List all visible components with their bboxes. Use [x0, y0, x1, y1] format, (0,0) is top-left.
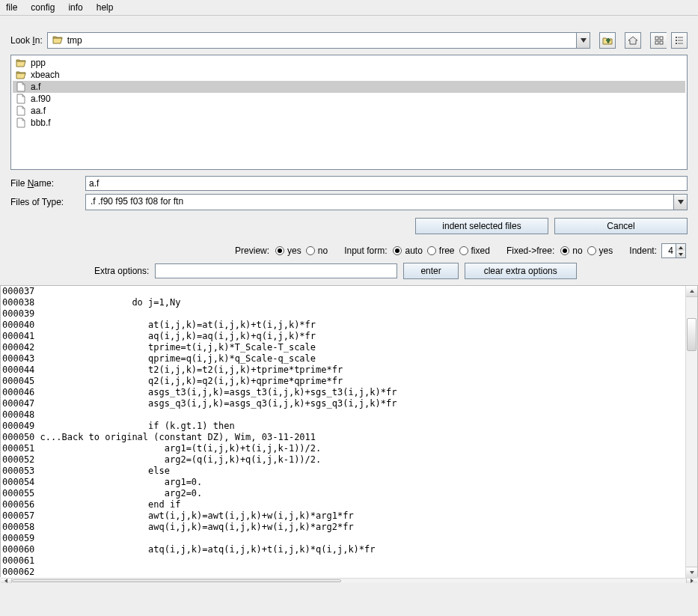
filetype-combo[interactable]: .f .f90 f95 f03 f08 for ftn: [85, 194, 688, 210]
svg-rect-9: [678, 43, 683, 44]
file-icon: [16, 106, 26, 116]
hscroll-track[interactable]: [12, 579, 686, 583]
filename-row: File Name:: [10, 176, 688, 191]
file-item-label: a.f90: [31, 94, 51, 104]
indent-group: Indent: 4: [629, 243, 686, 258]
file-icon: [16, 82, 26, 92]
home-button[interactable]: [625, 32, 641, 49]
icons-view-button[interactable]: [650, 32, 667, 49]
input-free-radio[interactable]: free: [427, 246, 455, 256]
enter-button[interactable]: enter: [403, 263, 458, 279]
file-list[interactable]: pppxbeacha.fa.f90aa.fbbb.f: [10, 55, 688, 170]
preview-yes-radio[interactable]: yes: [275, 246, 301, 256]
file-item[interactable]: bbb.f: [13, 117, 685, 129]
filetype-dropdown-button[interactable]: [673, 195, 687, 210]
menu-info[interactable]: info: [67, 1, 84, 13]
menu-file[interactable]: file: [4, 1, 19, 13]
code-preview[interactable]: 000037 000038 do j=1,Ny 000039 000040 at…: [1, 286, 697, 578]
indent-selected-button[interactable]: indent selected files: [415, 218, 548, 234]
lookin-label: Look In:: [10, 35, 43, 46]
indent-value: 4: [662, 244, 676, 257]
preview-label: Preview:: [235, 246, 269, 256]
svg-rect-5: [678, 37, 683, 38]
list-icon: [675, 36, 684, 45]
file-icon: [16, 118, 26, 128]
menubar: file config info help: [0, 0, 698, 16]
file-item-label: aa.f: [31, 106, 46, 116]
list-view-button[interactable]: [671, 32, 688, 49]
extra-options-row: Extra options: enter clear extra options: [10, 263, 688, 279]
cancel-button[interactable]: Cancel: [554, 218, 688, 234]
lookin-dropdown-button[interactable]: [576, 33, 590, 48]
f2f-no-radio[interactable]: no: [560, 246, 582, 256]
up-folder-icon: [602, 36, 613, 45]
lookin-combo[interactable]: tmp: [47, 32, 590, 49]
scroll-left-button[interactable]: [1, 579, 12, 583]
grid-icon: [655, 36, 664, 45]
options-row: Preview: yes no Input form: auto free fi…: [10, 243, 688, 258]
indent-label: Indent:: [629, 246, 657, 256]
input-auto-radio[interactable]: auto: [393, 246, 422, 256]
file-item-label: ppp: [31, 58, 46, 68]
file-item[interactable]: a.f90: [13, 93, 685, 105]
svg-rect-8: [676, 43, 677, 44]
file-item[interactable]: a.f: [13, 81, 685, 93]
file-item[interactable]: xbeach: [13, 69, 685, 81]
f2f-yes-radio[interactable]: yes: [587, 246, 613, 256]
svg-rect-4: [676, 37, 677, 38]
menu-config[interactable]: config: [29, 1, 56, 13]
file-icon: [16, 94, 26, 104]
file-item[interactable]: aa.f: [13, 105, 685, 117]
file-item[interactable]: ppp: [13, 57, 685, 69]
folder-open-icon: [16, 70, 26, 80]
folder-open-icon: [52, 35, 63, 46]
file-item-label: bbb.f: [31, 118, 51, 128]
inputform-label: Input form:: [344, 246, 387, 256]
up-folder-button[interactable]: [599, 32, 616, 49]
fixed2free-group: Fixed->free: no yes: [506, 246, 613, 256]
indent-up-button[interactable]: [676, 244, 685, 251]
svg-rect-1: [660, 37, 663, 40]
lookin-row: Look In: tmp: [10, 32, 688, 49]
clear-extra-options-button[interactable]: clear extra options: [465, 263, 577, 279]
folder-open-icon: [16, 58, 26, 68]
preview-no-radio[interactable]: no: [306, 246, 328, 256]
svg-rect-7: [678, 40, 683, 41]
file-item-label: a.f: [31, 82, 40, 92]
svg-rect-3: [660, 41, 663, 44]
scroll-track[interactable]: [686, 297, 697, 567]
vertical-scrollbar[interactable]: [685, 286, 697, 578]
svg-rect-6: [676, 40, 677, 41]
extra-options-label: Extra options:: [94, 266, 149, 276]
dialog-actions: indent selected files Cancel: [10, 218, 688, 234]
filename-input[interactable]: [85, 176, 688, 191]
preview-group: Preview: yes no: [235, 246, 328, 256]
home-icon: [628, 36, 638, 45]
input-fixed-radio[interactable]: fixed: [459, 246, 490, 256]
filetype-row: Files of Type: .f .f90 f95 f03 f08 for f…: [10, 194, 688, 210]
file-item-label: xbeach: [31, 70, 60, 80]
menu-help[interactable]: help: [95, 1, 115, 13]
svg-rect-2: [655, 41, 658, 44]
extra-options-input[interactable]: [155, 263, 397, 278]
code-preview-panel: 000037 000038 do j=1,Ny 000039 000040 at…: [0, 285, 698, 577]
scroll-up-button[interactable]: [686, 286, 697, 297]
scroll-thumb[interactable]: [687, 318, 697, 351]
indent-down-button[interactable]: [676, 251, 685, 257]
filename-label: File Name:: [10, 178, 85, 189]
filetype-value: .f .f90 f95 f03 f08 for ftn: [86, 195, 673, 210]
svg-rect-0: [655, 37, 658, 40]
scroll-right-button[interactable]: [686, 579, 697, 583]
indent-spinner[interactable]: 4: [661, 243, 686, 258]
hscroll-thumb[interactable]: [12, 579, 341, 582]
inputform-group: Input form: auto free fixed: [344, 246, 490, 256]
lookin-value: tmp: [67, 35, 82, 46]
filetype-label: Files of Type:: [10, 197, 85, 207]
horizontal-scrollbar[interactable]: [1, 578, 697, 583]
fixed2free-label: Fixed->free:: [506, 246, 554, 256]
scroll-down-button[interactable]: [686, 567, 697, 578]
